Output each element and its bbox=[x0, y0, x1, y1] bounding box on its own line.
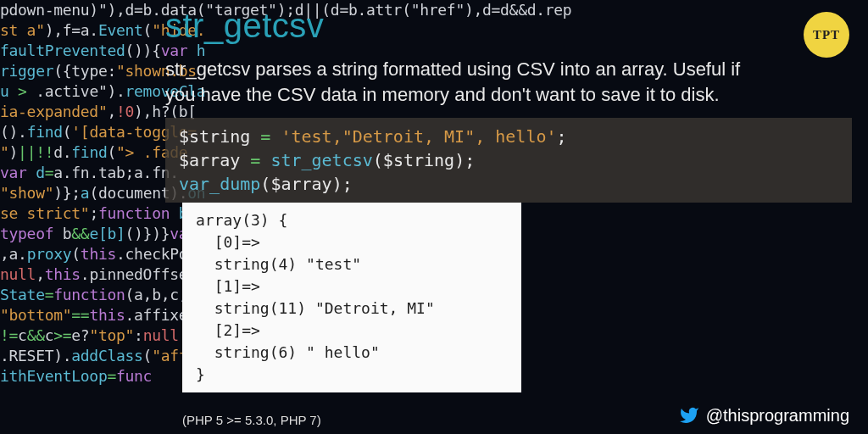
handle-text: @thisprogramming bbox=[706, 406, 849, 426]
code-function: var_dump bbox=[179, 174, 260, 194]
code-var: $array bbox=[179, 150, 240, 170]
twitter-icon bbox=[679, 405, 699, 426]
code-output: array(3) { [0]=> string(4) "test" [1]=> … bbox=[182, 203, 521, 392]
code-string: 'test,"Detroit, MI", hello' bbox=[281, 126, 556, 147]
php-version-note: (PHP 5 >= 5.3.0, PHP 7) bbox=[182, 413, 321, 427]
social-handle[interactable]: @thisprogramming bbox=[679, 405, 849, 426]
main-content: str_getcsv str_getcsv parses a string fo… bbox=[165, 7, 852, 392]
function-title: str_getcsv bbox=[165, 7, 852, 45]
function-description: str_getcsv parses a string formatted usi… bbox=[165, 57, 767, 108]
code-function: str_getcsv bbox=[270, 150, 372, 170]
code-var: $string bbox=[179, 126, 250, 147]
code-example: $string = 'test,"Detroit, MI", hello'; $… bbox=[165, 118, 852, 203]
